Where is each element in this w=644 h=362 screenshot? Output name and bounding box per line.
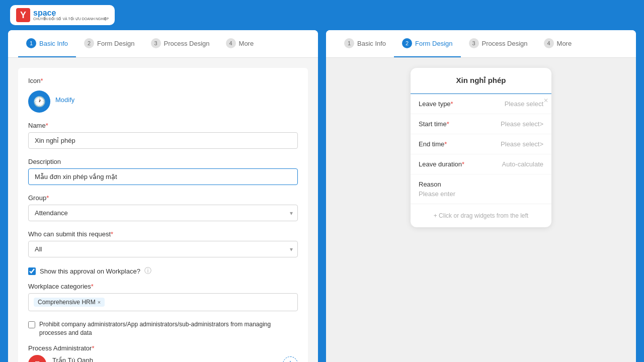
left-tabs: 1 Basic Info 2 Form Design 3 Process Des… <box>8 30 318 58</box>
right-tab-label-more: More <box>557 40 572 47</box>
avatar: T <box>28 355 46 362</box>
prohibit-label: Prohibit company administrators/App admi… <box>39 320 298 337</box>
name-input[interactable] <box>28 132 298 149</box>
group-select[interactable]: Attendance <box>28 205 298 221</box>
group-group: Group* Attendance <box>28 194 298 221</box>
leave-type-field: Leave type* Please select ✕ <box>411 94 551 114</box>
tag-comprehensive-hrm: Comprehensive HRM × <box>34 298 105 307</box>
description-label: Description <box>28 158 298 165</box>
process-admin-group: Process Administrator* T Trần Tú Oanh Pe… <box>28 344 298 362</box>
tab-label-more: More <box>239 40 254 47</box>
leave-duration-field: Leave duration* Auto-calculate <box>411 154 551 174</box>
who-submit-label: Who can submit this request* <box>28 230 298 238</box>
tag-label: Comprehensive HRM <box>38 299 96 306</box>
admin-info: Trần Tú Oanh Permissions Delete <box>52 356 277 362</box>
form-fields: Leave type* Please select ✕ Start time* … <box>411 94 551 204</box>
end-time-value: Please select> <box>501 140 543 148</box>
start-time-value: Please select> <box>501 120 543 128</box>
tab-process-design-left[interactable]: 3 Process Design <box>143 30 218 57</box>
description-input[interactable] <box>28 168 298 185</box>
info-icon[interactable]: ⓘ <box>144 266 151 276</box>
left-panel-body: Icon* 🕐 Modify Name* <box>8 58 318 362</box>
main-content: 1 Basic Info 2 Form Design 3 Process Des… <box>0 30 644 362</box>
modify-link[interactable]: Modify <box>55 89 74 111</box>
start-time-field: Start time* Please select> <box>411 114 551 134</box>
tab-basic-info-right[interactable]: 1 Basic Info <box>336 30 394 57</box>
prohibit-checkbox[interactable] <box>28 321 35 328</box>
icon-row: 🕐 Modify <box>28 87 298 113</box>
tab-more-right[interactable]: 4 More <box>536 30 580 57</box>
tab-label-basic-info: Basic Info <box>39 40 68 47</box>
right-panel-body: Xin nghỉ phép Leave type* Please select … <box>326 58 636 362</box>
right-tab-num-3: 3 <box>469 38 479 48</box>
right-tab-num-1: 1 <box>344 38 354 48</box>
icon-display: 🕐 <box>28 90 50 113</box>
logo-name: space <box>33 9 109 17</box>
leave-duration-value: Auto-calculate <box>502 160 543 168</box>
tab-num-4: 4 <box>226 38 236 48</box>
tab-num-3: 3 <box>151 38 161 48</box>
show-workplace-row: Show this approval on Workplace? ⓘ <box>28 266 298 276</box>
tab-form-design-right[interactable]: 2 Form Design <box>394 30 460 57</box>
top-bar: Y space CHUYỂN ĐỔI SỐ VÀ TỐI ƯU DOANH NG… <box>0 0 644 30</box>
description-group: Description <box>28 158 298 185</box>
left-panel: 1 Basic Info 2 Form Design 3 Process Des… <box>8 30 318 362</box>
leave-type-value: Please select <box>505 100 543 108</box>
end-time-field: End time* Please select> <box>411 134 551 154</box>
prohibit-row: Prohibit company administrators/App admi… <box>28 320 298 337</box>
leave-type-label: Leave type* <box>419 100 453 108</box>
icon-label: Icon* <box>28 77 298 84</box>
tab-label-process-design: Process Design <box>164 40 210 47</box>
leave-type-close-icon[interactable]: ✕ <box>543 97 548 104</box>
form-preview-title: Xin nghỉ phép <box>411 68 551 94</box>
group-select-wrapper: Attendance <box>28 205 298 221</box>
add-widget-hint: + Click or drag widgets from the left <box>411 204 551 227</box>
right-panel: 1 Basic Info 2 Form Design 3 Process Des… <box>326 30 636 362</box>
right-tab-num-4: 4 <box>544 38 554 48</box>
logo-text: space CHUYỂN ĐỔI SỐ VÀ TỐI ƯU DOANH NGHI… <box>33 9 109 21</box>
right-tabs: 1 Basic Info 2 Form Design 3 Process Des… <box>326 30 636 58</box>
who-select-wrapper: All <box>28 241 298 257</box>
tab-num-2: 2 <box>84 38 94 48</box>
right-tab-label-basic-info: Basic Info <box>357 40 386 47</box>
process-admin-label: Process Administrator* <box>28 344 298 352</box>
tab-num-1: 1 <box>26 38 36 48</box>
name-label: Name* <box>28 122 298 129</box>
tag-input[interactable]: Comprehensive HRM × <box>28 293 298 311</box>
phone-mockup: Xin nghỉ phép Leave type* Please select … <box>411 68 551 227</box>
admin-name: Trần Tú Oanh <box>52 356 277 362</box>
who-submit-group: Who can submit this request* All <box>28 230 298 257</box>
icon-group: Icon* 🕐 Modify <box>28 68 298 113</box>
reason-field: Reason Please enter <box>411 174 551 204</box>
tab-form-design-left[interactable]: 2 Form Design <box>76 30 142 57</box>
reason-label: Reason <box>419 180 543 188</box>
workplace-categories-label: Workplace categories* <box>28 283 298 290</box>
who-select[interactable]: All <box>28 241 298 257</box>
workplace-categories-group: Workplace categories* Comprehensive HRM … <box>28 283 298 311</box>
show-workplace-label: Show this approval on Workplace? <box>40 267 140 275</box>
form-section: Icon* 🕐 Modify Name* <box>18 68 308 362</box>
right-tab-label-process-design: Process Design <box>482 40 528 47</box>
logo-tagline: CHUYỂN ĐỔI SỐ VÀ TỐI ƯU DOANH NGHIỆP <box>33 17 109 21</box>
reason-placeholder: Please enter <box>419 190 543 198</box>
end-time-label: End time* <box>419 140 447 148</box>
add-admin-button[interactable]: + <box>283 356 298 362</box>
tab-label-form-design: Form Design <box>97 40 134 47</box>
leave-duration-label: Leave duration* <box>419 160 464 168</box>
tag-close-btn[interactable]: × <box>98 299 101 305</box>
logo-y-icon: Y <box>16 8 30 22</box>
right-tab-label-form-design: Form Design <box>415 40 452 47</box>
tab-process-design-right[interactable]: 3 Process Design <box>461 30 536 57</box>
logo-box: Y space CHUYỂN ĐỔI SỐ VÀ TỐI ƯU DOANH NG… <box>10 5 115 25</box>
tab-more-left[interactable]: 4 More <box>218 30 262 57</box>
tab-basic-info-left[interactable]: 1 Basic Info <box>18 30 76 57</box>
show-workplace-checkbox[interactable] <box>28 267 36 275</box>
clock-icon: 🕐 <box>33 96 46 108</box>
right-tab-num-2: 2 <box>402 38 412 48</box>
process-admin-row: T Trần Tú Oanh Permissions Delete + <box>28 355 298 362</box>
start-time-label: Start time* <box>419 120 449 128</box>
group-label: Group* <box>28 194 298 202</box>
name-group: Name* <box>28 122 298 149</box>
